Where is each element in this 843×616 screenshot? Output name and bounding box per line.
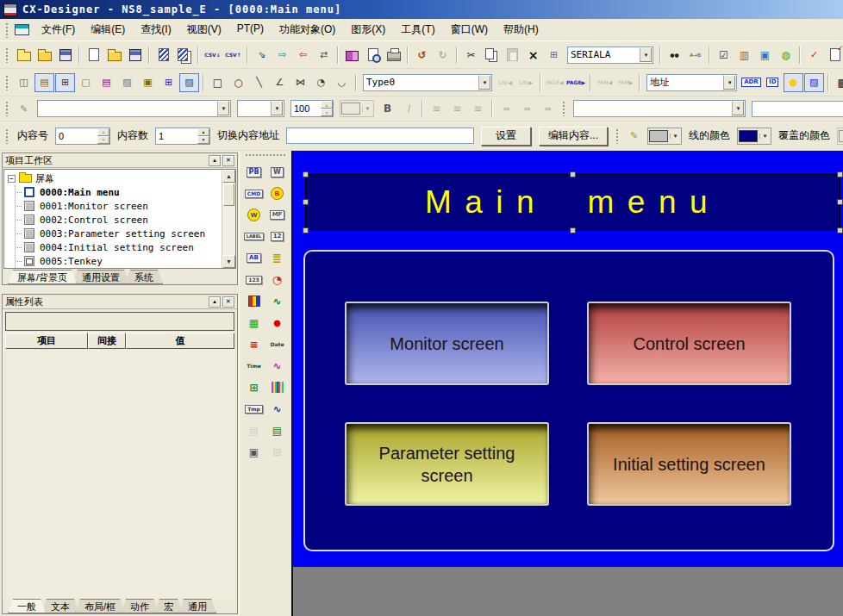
selection-handle[interactable] [570,171,576,177]
print-button[interactable] [384,46,403,65]
font-size-field[interactable] [291,101,321,116]
scroll-up-icon[interactable]: ▲ [222,170,235,183]
window-option-button[interactable]: ▣ [138,73,158,92]
screen-page[interactable]: Main menu Monitor screenControl screenPa… [293,151,843,567]
draw-polyline-button[interactable]: ∠ [270,73,290,92]
import-file-button[interactable] [153,46,173,65]
content-count-field[interactable] [156,128,197,144]
date-object-button[interactable]: Date [267,335,288,354]
content-no-spinner[interactable]: ▲▼ [55,128,110,145]
tab-4[interactable]: 宏 [154,599,183,613]
download-to-pt-button[interactable]: ⇨ [272,46,292,65]
dropdown-arrow-icon[interactable]: ▼ [478,75,491,90]
selection-handle[interactable] [837,171,843,177]
toolbar-grip-3b[interactable] [562,101,566,116]
delete-unused-screens-button[interactable]: ▣ [755,46,775,65]
screen-title-object[interactable]: Main menu [305,174,840,231]
dropdown-arrow-icon[interactable]: ▼ [271,101,284,116]
edit-background-button[interactable]: ▤ [97,73,116,92]
upload-from-pt-button[interactable]: ⇦ [293,46,313,65]
cut-button[interactable]: ✂ [461,46,481,65]
screen-category-combo[interactable]: ▼ [573,100,746,117]
selection-handle[interactable] [837,227,843,233]
print-preview-button[interactable] [363,46,383,65]
selection-handle[interactable] [303,199,309,205]
draw-rectangle-button[interactable]: □ [208,73,228,92]
system-memory-combo[interactable]: SERIALA▼ [567,47,653,64]
bold-button[interactable]: B [378,99,397,118]
label-type-combo[interactable]: Type0▼ [363,74,492,91]
menu-item-8[interactable]: 窗口(W) [443,20,496,40]
broken-line-graph-button[interactable]: ∿ [267,292,288,311]
word-lamp-button[interactable]: W [244,206,265,225]
tree-item-3[interactable]: 0003:Parameter setting screen [16,227,222,240]
new-screen-button[interactable] [84,46,103,65]
resource-usage-button[interactable]: ◍ [776,46,796,65]
bitmap-object-button[interactable]: ▦ [244,314,265,333]
dropdown-arrow-icon[interactable]: ▼ [759,134,770,139]
menu-grip[interactable] [5,22,9,38]
analogue-meter-button[interactable]: ◔ [267,271,288,289]
workspace-title-bar[interactable]: 项目工作区 ▴ ✕ [3,153,237,168]
selection-handle[interactable] [303,227,309,233]
draw-arc-button[interactable]: ◡ [332,73,352,92]
wave-display-button[interactable]: ∿ [267,400,288,419]
tab-0[interactable]: 屏幕/背景页 [8,270,77,284]
workspace-close-button[interactable]: ✕ [222,155,234,166]
pushbutton-button[interactable]: PB [244,163,265,182]
open-screen-button[interactable] [104,46,124,65]
property-close-button[interactable]: ✕ [222,296,234,308]
tab-2[interactable]: 布局/框 [75,599,125,613]
tree-root-screens[interactable]: − 屏幕 [8,171,222,185]
dropdown-arrow-icon[interactable]: ▼ [723,75,736,90]
grid-setting-button[interactable]: ⊞ [159,73,178,92]
set-button[interactable]: 设置 [481,127,531,146]
document-display-button[interactable]: ▤ [267,421,288,440]
save-project-button[interactable] [55,46,75,65]
frame-object-button[interactable]: ▣ [244,443,265,462]
check-screen-button[interactable] [825,46,843,65]
transfer-settings-button[interactable]: ⇘ [252,46,272,65]
edit-content-button[interactable]: 编辑内容... [539,127,608,146]
screen-comment-field[interactable] [752,101,843,117]
draw-line-button[interactable]: ╲ [249,73,269,92]
menu-item-2[interactable]: 查找(I) [133,20,178,40]
switch-address-field[interactable] [286,128,474,144]
multifunction-object-button[interactable]: MF [267,206,288,225]
display-mode-combo[interactable]: 地址▼ [646,74,737,91]
validate-button[interactable]: ✓ [804,46,824,65]
data-log-graph-button[interactable]: ∿ [267,357,288,376]
list-selection-button[interactable]: ≣ [267,249,288,268]
edit-grid-dark-button[interactable]: ▩ [833,73,843,92]
word-button-button[interactable]: W [267,163,288,182]
toolbar-grip-2[interactable] [5,75,9,90]
save-screen-button[interactable] [125,46,145,65]
property-collapse-button[interactable]: ▴ [209,296,221,308]
level-meter-button[interactable] [244,292,265,311]
multi-screen-select-button[interactable]: ☑ [714,46,734,65]
menu-item-9[interactable]: 帮助(H) [496,20,546,40]
dropdown-arrow-icon[interactable]: ▼ [640,47,653,63]
toolbar-grip-3[interactable] [5,101,9,116]
csv-import-button[interactable]: CSV↓ [203,46,222,65]
content-count-spinner[interactable]: ▲▼ [155,128,210,145]
alarm-list-button[interactable]: ≡ [244,335,265,354]
line-color-swatch[interactable]: ▼ [647,128,682,145]
workspace-collapse-button[interactable]: ▴ [209,155,221,166]
csv-export-button[interactable]: CSV↑ [223,46,243,65]
property-title-bar[interactable]: 属性列表 ▴ ✕ [3,295,237,309]
font-size-spinner[interactable]: ▲▼ [290,100,334,117]
duplicate-button[interactable]: ⊞ [544,46,564,65]
tab-1[interactable]: 通用设置 [72,270,129,284]
tree-scrollbar[interactable]: ▲ ▼ [222,170,235,268]
scroll-down-icon[interactable]: ▼ [222,255,235,268]
show-address-window-button[interactable]: ▤ [34,73,54,92]
data-block-table-button[interactable]: ⊞ [244,378,265,397]
menu-item-7[interactable]: 工具(T) [393,20,442,40]
selection-handle[interactable] [303,171,309,177]
draw-sector-button[interactable]: ◔ [311,73,331,92]
draw-polygon-button[interactable]: ⋈ [290,73,310,92]
content-no-field[interactable] [56,128,97,144]
open-project-button[interactable] [34,46,54,65]
tab-2[interactable]: 系统 [125,270,163,284]
